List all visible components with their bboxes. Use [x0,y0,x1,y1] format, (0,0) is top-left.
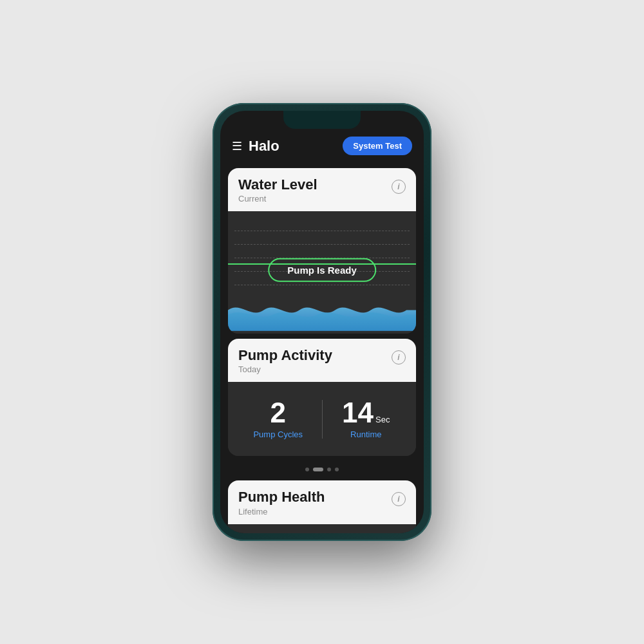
pump-health-card-header: Pump Health Lifetime i [228,480,416,524]
pagination-dots [220,461,424,475]
pump-activity-card: Pump Activity Today i 2 Pump Cycles 14 [228,339,416,456]
pump-cycles-value: 2 [270,399,286,427]
pump-health-title: Pump Health [238,489,325,505]
water-level-title: Water Level [238,177,317,193]
pagination-dot-1[interactable] [305,468,309,471]
pump-activity-subtitle: Today [238,365,332,374]
dashed-line-5 [234,285,410,285]
pagination-dot-2[interactable] [313,468,323,471]
runtime-label: Runtime [350,430,381,439]
screen-content[interactable]: ☰ Halo System Test Water Level Current i [220,111,424,533]
pump-activity-info-icon[interactable]: i [392,350,406,365]
water-level-card-header: Water Level Current i [228,168,416,211]
runtime-value-group: 14 Sec [342,399,390,427]
runtime-stat: 14 Sec Runtime [323,393,410,444]
pump-activity-card-header: Pump Activity Today i [228,339,416,382]
pump-cycles-stat: 2 Pump Cycles [234,393,322,444]
pump-ready-button[interactable]: Pump Is Ready [268,258,376,282]
water-level-subtitle: Current [238,194,317,204]
phone-notch [283,111,361,129]
pump-health-info-icon[interactable]: i [392,492,406,506]
water-level-title-group: Water Level Current [238,177,317,204]
pump-activity-title-group: Pump Activity Today [238,348,332,374]
pump-health-subtitle: Lifetime [238,507,325,516]
pump-health-body: Excellent 300 Total Cycles 35 Min [228,524,416,533]
phone-screen: ☰ Halo System Test Water Level Current i [220,111,424,533]
menu-icon[interactable]: ☰ [232,140,242,152]
water-level-info-icon[interactable]: i [392,180,406,194]
pump-activity-title: Pump Activity [238,348,332,363]
phone-frame: ☰ Halo System Test Water Level Current i [213,103,431,541]
pagination-dot-3[interactable] [327,468,331,471]
water-level-body: Pump Is Ready [228,211,416,334]
app-title: Halo [249,138,279,155]
pump-health-card: Pump Health Lifetime i [228,480,416,533]
water-level-card: Water Level Current i [228,168,416,334]
system-test-button[interactable]: System Test [343,137,412,155]
pump-cycles-label: Pump Cycles [253,430,303,439]
pagination-dot-4[interactable] [335,468,339,471]
pump-health-title-group: Pump Health Lifetime [238,489,325,516]
header-left: ☰ Halo [232,138,279,155]
runtime-value: 14 [342,399,374,427]
pump-activity-body: 2 Pump Cycles 14 Sec Runtime [228,382,416,456]
water-wave [228,298,416,334]
runtime-unit: Sec [375,415,390,424]
